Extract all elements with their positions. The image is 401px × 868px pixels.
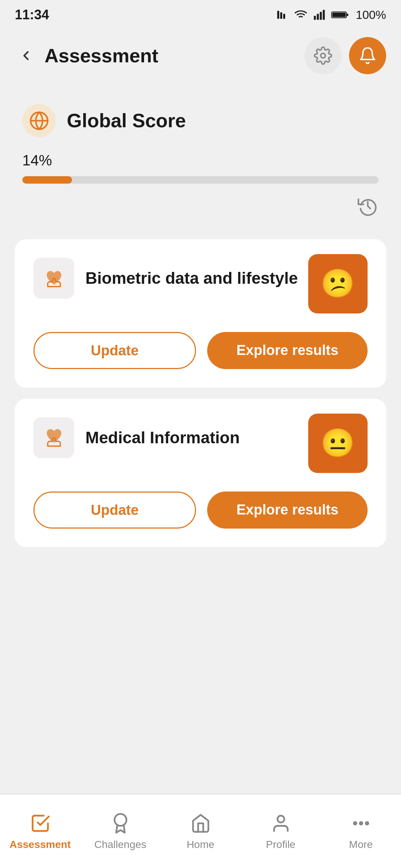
svg-rect-9	[332, 13, 346, 17]
history-icon-wrapper	[22, 195, 379, 217]
wifi-icon	[294, 8, 307, 22]
nav-profile[interactable]: Profile	[241, 805, 321, 858]
bell-icon	[358, 46, 377, 65]
global-score-section: Global Score 14%	[0, 89, 401, 232]
sim-icon	[276, 9, 288, 21]
nav-challenges-label: Challenges	[94, 839, 146, 851]
nav-profile-icon	[270, 812, 292, 834]
svg-rect-1	[280, 12, 282, 19]
medical-card-buttons: Update Explore results	[33, 491, 368, 529]
battery-icon	[331, 9, 350, 20]
card-top-row: Biometric data and lifestyle 😕	[33, 258, 368, 313]
cards-section: Biometric data and lifestyle 😕 Update Ex…	[0, 232, 401, 555]
svg-point-14	[114, 814, 126, 826]
status-icons: 100%	[276, 8, 386, 22]
medical-card: Medical Information 😐 Update Explore res…	[15, 399, 386, 547]
nav-assessment[interactable]: Assessment	[0, 805, 80, 858]
biometric-explore-button[interactable]: Explore results	[207, 332, 368, 369]
svg-rect-6	[320, 12, 322, 20]
medical-icon-bg	[33, 417, 74, 458]
svg-point-11	[321, 53, 326, 58]
nav-challenges-icon	[109, 812, 131, 834]
status-time: 11:34	[15, 7, 49, 23]
nav-challenges[interactable]: Challenges	[80, 805, 160, 858]
medical-explore-button[interactable]: Explore results	[207, 491, 368, 529]
nav-more[interactable]: More	[321, 805, 401, 858]
medical-emoji-badge: 😐	[308, 414, 368, 473]
global-score-title: Global Score	[67, 109, 186, 132]
global-score-header: Global Score	[22, 104, 379, 137]
page-title: Assessment	[45, 45, 158, 67]
history-icon	[358, 196, 378, 216]
svg-point-18	[366, 822, 368, 825]
svg-rect-5	[317, 14, 319, 20]
history-button[interactable]	[356, 195, 379, 217]
card-left-medical: Medical Information	[33, 417, 308, 458]
biometric-icon-bg	[33, 258, 74, 299]
notification-button[interactable]	[349, 37, 386, 74]
biometric-update-button[interactable]: Update	[33, 332, 196, 369]
medical-update-button[interactable]: Update	[33, 491, 196, 529]
signal-icon	[313, 9, 325, 21]
bottom-navigation: Assessment Challenges Home Profi	[0, 794, 401, 868]
biometric-emoji-badge: 😕	[308, 254, 368, 313]
nav-assessment-icon	[29, 812, 51, 834]
settings-button[interactable]	[304, 37, 342, 74]
svg-point-17	[360, 822, 362, 825]
biometric-emoji: 😕	[320, 267, 355, 300]
svg-rect-10	[347, 14, 348, 16]
nav-profile-label: Profile	[266, 839, 295, 851]
nav-home-icon	[189, 812, 212, 834]
medical-emoji: 😐	[320, 427, 355, 460]
biometric-card-buttons: Update Explore results	[33, 332, 368, 369]
svg-rect-7	[323, 10, 325, 20]
nav-assessment-label: Assessment	[10, 839, 71, 851]
nav-more-icon	[350, 812, 372, 834]
globe-icon	[29, 111, 49, 131]
biometric-card-title: Biometric data and lifestyle	[85, 267, 298, 289]
medical-icon	[42, 426, 66, 450]
nav-home-label: Home	[187, 839, 215, 851]
status-bar: 11:34 100%	[0, 0, 401, 30]
nav-home[interactable]: Home	[160, 805, 241, 858]
biometric-card: Biometric data and lifestyle 😕 Update Ex…	[15, 239, 386, 388]
battery-percent: 100%	[356, 8, 386, 22]
back-button[interactable]	[15, 45, 37, 67]
svg-point-16	[354, 822, 356, 825]
medical-card-title: Medical Information	[85, 427, 240, 448]
svg-rect-0	[277, 11, 279, 19]
settings-icon	[314, 46, 332, 65]
svg-point-15	[277, 815, 284, 822]
header-actions	[304, 37, 386, 74]
score-percent: 14%	[22, 152, 379, 169]
nav-more-label: More	[349, 839, 373, 851]
biometric-icon	[42, 266, 66, 290]
app-header: Assessment	[0, 30, 401, 82]
svg-rect-4	[314, 16, 316, 20]
globe-icon-wrapper	[22, 104, 56, 137]
progress-bar-fill	[22, 176, 72, 184]
svg-rect-2	[283, 14, 285, 19]
progress-bar-container	[22, 176, 379, 184]
card-top-row-medical: Medical Information 😐	[33, 417, 368, 473]
card-left: Biometric data and lifestyle	[33, 258, 308, 299]
